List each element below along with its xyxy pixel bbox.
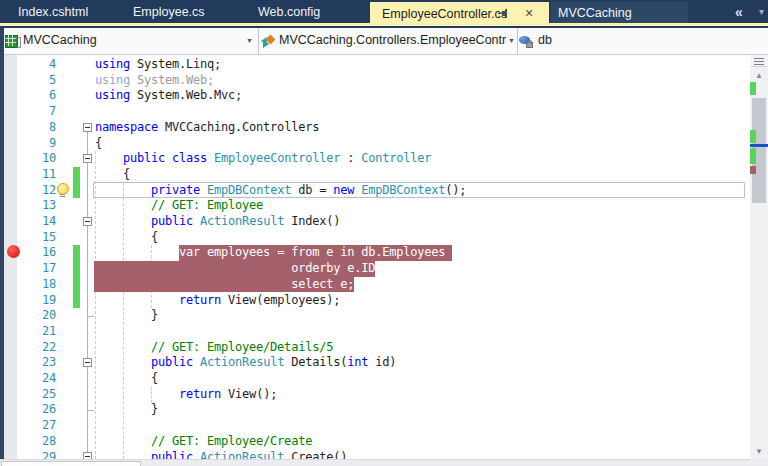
code-line: 6using System.Web.Mvc; [4,88,750,104]
line-number: 18 [17,277,56,293]
code-line: 8namespace MVCCaching.Controllers [4,120,750,136]
code-line: 14 public ActionResult Index() [4,214,750,230]
code-line: 20 } [4,308,750,324]
line-number: 22 [17,340,56,356]
close-icon[interactable]: × [521,3,537,23]
tab-index-cshtml[interactable]: Index.cshtml [18,0,88,23]
code-line: 26 } [4,402,750,418]
tab-mvccaching[interactable]: MVCCaching [551,2,688,23]
line-number: 9 [17,136,56,152]
change-mark [750,148,756,164]
active-tab-underline [0,23,768,26]
line-number: 26 [17,402,56,418]
scrollbar-corner [750,459,768,466]
code-line: 22 // GET: Employee/Details/5 [4,340,750,356]
line-number: 6 [17,88,56,104]
tab-label: Employee.cs [133,5,205,19]
selection-mark [750,166,756,174]
line-number: 14 [17,214,56,230]
line-number: 15 [17,230,56,246]
nav-separator [258,28,259,54]
code-line: 7 [4,104,750,120]
code-line: 4using System.Linq; [4,57,750,73]
pin-icon[interactable] [497,7,510,20]
code-line: 15 { [4,230,750,246]
member-dropdown-label: db [538,33,552,47]
code-line: 27 [4,418,750,434]
tab-employee-cs[interactable]: Employee.cs [133,0,205,23]
line-number: 11 [17,167,56,183]
horizontal-scrollbar[interactable] [0,459,750,466]
split-window-handle[interactable] [751,56,767,67]
line-number: 23 [17,355,56,371]
line-number: 4 [17,57,56,73]
line-number: 21 [17,324,56,340]
scroll-up-icon[interactable]: ▲ [750,71,768,80]
line-number: 24 [17,371,56,387]
tab-label: Index.cshtml [18,5,88,19]
line-number: 10 [17,151,56,167]
code-editor[interactable]: 4using System.Linq;5using System.Web;6us… [4,55,750,459]
line-number: 27 [17,418,56,434]
code-line: 10 public class EmployeeController : Con… [4,151,750,167]
chevron-down-icon: ▼ [508,37,515,44]
line-number: 7 [17,104,56,120]
code-line: 11 { [4,167,750,183]
code-line: 19 return View(employees); [4,293,750,309]
code-line: 29 public ActionResult Create() [4,450,750,460]
tab-web-config[interactable]: Web.config [258,0,320,23]
vs-editor-window: Index.cshtml Employee.cs Web.config Empl… [0,0,768,466]
private-field-icon [519,35,534,49]
line-number: 8 [17,120,56,136]
code-area[interactable]: 4using System.Linq;5using System.Web;6us… [4,55,750,459]
code-line: 24 { [4,371,750,387]
line-number: 12 [17,183,56,199]
change-mark [750,130,756,143]
code-line: 18 select e; [4,277,750,293]
csharp-project-icon [5,34,20,49]
code-line: 5using System.Web; [4,73,750,89]
line-number: 19 [17,293,56,309]
class-icon [261,34,276,49]
document-list-dropdown-icon[interactable]: ▾ [759,6,764,17]
code-line: 9{ [4,136,750,152]
code-line: 28 // GET: Employee/Create [4,434,750,450]
code-line: 16 var employees = from e in db.Employee… [4,245,750,261]
line-number: 16 [17,245,56,261]
line-number: 20 [17,308,56,324]
line-number: 25 [17,387,56,403]
code-line: 17 orderby e.ID [4,261,750,277]
chevron-down-icon: ▼ [246,37,253,44]
project-dropdown-label: MVCCaching [23,33,97,47]
line-number: 29 [17,450,56,460]
code-line: 21 [4,324,750,340]
tab-label: MVCCaching [558,6,632,20]
code-line: 13 // GET: Employee [4,198,750,214]
scrollbar-thumb[interactable] [1,461,141,466]
tab-label: Web.config [258,5,320,19]
nav-separator [517,28,518,54]
code-line: 12 private EmpDBContext db = new EmpDBCo… [4,183,750,199]
line-number: 28 [17,434,56,450]
line-number: 13 [17,198,56,214]
code-line: 25 return View(); [4,387,750,403]
scroll-down-icon[interactable]: ▼ [750,447,768,456]
type-dropdown-label: MVCCaching.Controllers.EmployeeControlle… [279,33,506,47]
vertical-scrollbar[interactable]: ▲ ▼ [750,55,768,459]
line-number: 5 [17,73,56,89]
navigation-bar: MVCCaching ▼ MVCCaching.Controllers.Empl… [0,28,768,55]
document-tab-bar: Index.cshtml Employee.cs Web.config Empl… [0,0,768,28]
change-mark [750,82,756,95]
tab-overflow-chevrons-icon[interactable]: « [735,4,742,20]
tab-label: EmployeeController.cs [382,7,507,21]
line-number: 17 [17,261,56,277]
code-line: 23 public ActionResult Details(int id) [4,355,750,371]
caret-position-mark [750,144,768,147]
